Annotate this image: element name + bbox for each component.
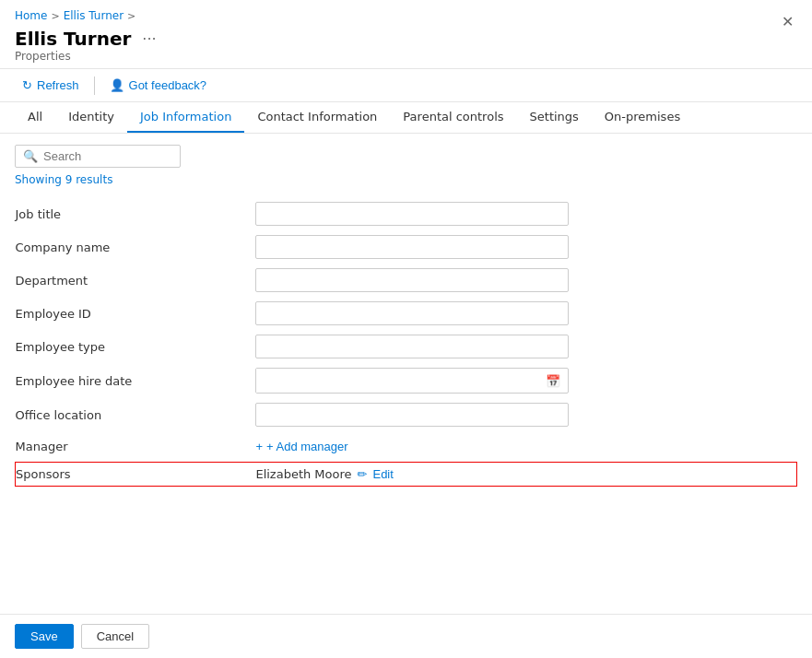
tabs-bar: All Identity Job Information Contact Inf… [0,102,812,134]
save-button[interactable]: Save [15,624,74,649]
add-manager-button[interactable]: + + Add manager [255,436,347,457]
tab-identity[interactable]: Identity [55,102,127,133]
breadcrumb-sep2: > [127,10,135,22]
add-manager-label: + Add manager [266,440,348,453]
date-input-wrapper: 📅 [255,368,569,394]
table-row: Employee hire date 📅 [16,363,797,398]
company-name-input[interactable] [255,235,569,259]
close-button[interactable]: ✕ [778,9,797,34]
field-value-office-location [255,398,796,431]
toolbar: ↻ Refresh 👤 Got feedback? [0,68,812,102]
field-value-employee-type [255,330,796,363]
hire-date-input[interactable] [256,369,538,393]
table-row: Job title [16,197,797,230]
field-value-employee-id [255,297,796,330]
breadcrumb-sep1: > [51,10,59,22]
field-label-employee-id: Employee ID [16,297,256,330]
field-value-manager: + + Add manager [255,431,796,463]
table-row: Manager + + Add manager [16,431,797,463]
footer: Save Cancel [0,614,812,658]
tab-on-premises[interactable]: On-premises [592,102,693,133]
add-manager-icon: + [255,440,263,453]
office-location-input[interactable] [255,403,569,427]
sponsors-value-text: Elizabeth Moore [255,467,351,481]
tab-contact-information[interactable]: Contact Information [244,102,390,133]
department-input[interactable] [255,268,569,292]
refresh-icon: ↻ [22,78,32,92]
sponsors-row: Sponsors Elizabeth Moore ✏️ Edit [16,463,797,487]
breadcrumb-user[interactable]: Ellis Turner [64,9,124,22]
field-value-hire-date: 📅 [255,363,796,398]
feedback-label: Got feedback? [129,78,207,92]
results-count: Showing 9 results [15,173,797,186]
properties-label: Properties [0,50,812,68]
search-box: 🔍 [15,145,181,168]
toolbar-separator [94,76,95,95]
field-label-job-title: Job title [16,197,256,230]
field-label-employee-type: Employee type [16,330,256,363]
breadcrumb: Home > Ellis Turner > [0,0,812,26]
page-title: Ellis Turner [15,28,131,50]
tab-job-information[interactable]: Job Information [127,102,244,133]
tab-parental-controls[interactable]: Parental controls [390,102,516,133]
calendar-icon[interactable]: 📅 [538,370,568,392]
table-row: Office location [16,398,797,431]
employee-id-input[interactable] [255,301,569,325]
page-title-row: Ellis Turner ··· ✕ [0,26,812,50]
more-options-icon[interactable]: ··· [138,29,159,50]
tab-settings[interactable]: Settings [517,102,592,133]
breadcrumb-home[interactable]: Home [15,9,47,22]
sponsors-value-wrap: Elizabeth Moore ✏️ Edit [255,467,789,481]
page-wrapper: Home > Ellis Turner > Ellis Turner ··· ✕… [0,0,812,658]
refresh-button[interactable]: ↻ Refresh [15,75,87,96]
field-value-company-name [255,230,796,264]
field-label-department: Department [16,264,256,297]
employee-type-input[interactable] [255,335,569,358]
field-value-sponsors: Elizabeth Moore ✏️ Edit [255,463,796,487]
feedback-icon: 👤 [110,78,124,92]
form-table: Job title Company name Department [15,197,797,487]
tab-all[interactable]: All [15,102,55,133]
cancel-button[interactable]: Cancel [81,624,149,649]
job-title-input[interactable] [255,202,569,226]
feedback-button[interactable]: 👤 Got feedback? [102,75,215,96]
field-label-company-name: Company name [16,230,256,264]
table-row: Department [16,264,797,297]
search-icon: 🔍 [23,149,38,163]
table-row: Employee ID [16,297,797,330]
field-value-department [255,264,796,297]
field-label-hire-date: Employee hire date [16,363,256,398]
refresh-label: Refresh [37,78,79,92]
field-label-manager: Manager [16,431,256,463]
table-row: Company name [16,230,797,264]
main-content: 🔍 Showing 9 results Job title Company na… [0,134,812,614]
field-label-sponsors: Sponsors [16,463,256,487]
field-value-job-title [255,197,796,230]
field-label-office-location: Office location [16,398,256,431]
edit-pencil-icon: ✏️ [358,467,368,481]
sponsors-edit-button[interactable]: Edit [372,467,393,481]
search-input[interactable] [43,149,172,163]
table-row: Employee type [16,330,797,363]
